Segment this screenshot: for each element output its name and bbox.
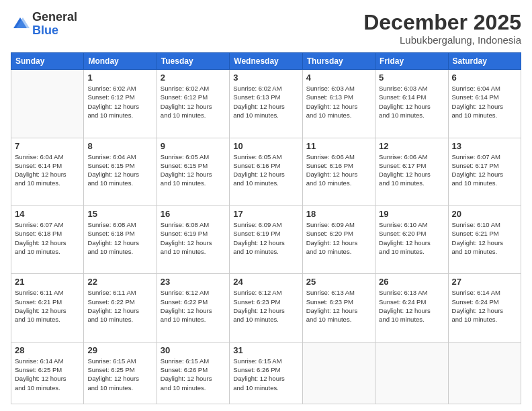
day-cell-29-4-1: 29 Sunrise: 6:15 AM Sunset: 6:25 PM Dayl… [84, 342, 157, 404]
day-cell-28-4-0: 28 Sunrise: 6:14 AM Sunset: 6:25 PM Dayl… [11, 342, 84, 404]
day-number: 23 [161, 277, 226, 287]
day-cell-8-1-1: 8 Sunrise: 6:04 AM Sunset: 6:15 PM Dayli… [84, 138, 157, 205]
day-info: Sunrise: 6:15 AM Sunset: 6:25 PM Dayligh… [87, 357, 152, 392]
day-cell-13-1-6: 13 Sunrise: 6:07 AM Sunset: 6:17 PM Dayl… [448, 138, 521, 205]
week-row-5: 28 Sunrise: 6:14 AM Sunset: 6:25 PM Dayl… [11, 342, 521, 404]
day-cell-23-3-2: 23 Sunrise: 6:12 AM Sunset: 6:22 PM Dayl… [157, 274, 229, 342]
title-block: December 2025 Lubukbergalung, Indonesia [363, 11, 521, 46]
day-cell-empty-4-5 [375, 342, 448, 404]
day-cell-14-2-0: 14 Sunrise: 6:07 AM Sunset: 6:18 PM Dayl… [11, 206, 84, 274]
header-sunday: Sunday [11, 53, 84, 70]
day-cell-19-2-5: 19 Sunrise: 6:10 AM Sunset: 6:20 PM Dayl… [375, 206, 448, 274]
day-info: Sunrise: 6:02 AM Sunset: 6:12 PM Dayligh… [87, 84, 152, 120]
day-number: 18 [306, 209, 371, 219]
header-friday: Friday [375, 53, 448, 70]
header-tuesday: Tuesday [157, 53, 229, 70]
day-cell-17-2-3: 17 Sunrise: 6:09 AM Sunset: 6:19 PM Dayl… [230, 206, 302, 274]
day-info: Sunrise: 6:10 AM Sunset: 6:20 PM Dayligh… [379, 220, 444, 256]
day-info: Sunrise: 6:05 AM Sunset: 6:15 PM Dayligh… [161, 152, 226, 188]
day-number: 4 [306, 73, 371, 83]
calendar-table: Sunday Monday Tuesday Wednesday Thursday… [11, 52, 521, 404]
day-cell-12-1-5: 12 Sunrise: 6:06 AM Sunset: 6:17 PM Dayl… [375, 138, 448, 205]
day-cell-22-3-1: 22 Sunrise: 6:11 AM Sunset: 6:22 PM Dayl… [84, 274, 157, 342]
day-info: Sunrise: 6:10 AM Sunset: 6:21 PM Dayligh… [452, 220, 517, 256]
day-cell-1-0-1: 1 Sunrise: 6:02 AM Sunset: 6:12 PM Dayli… [84, 70, 157, 138]
day-cell-6-0-6: 6 Sunrise: 6:04 AM Sunset: 6:14 PM Dayli… [448, 70, 521, 138]
logo-general-text: General [32, 10, 77, 24]
logo-blue-text: Blue [32, 24, 58, 37]
day-info: Sunrise: 6:05 AM Sunset: 6:16 PM Dayligh… [233, 152, 298, 188]
day-cell-27-3-6: 27 Sunrise: 6:14 AM Sunset: 6:24 PM Dayl… [448, 274, 521, 342]
day-info: Sunrise: 6:02 AM Sunset: 6:12 PM Dayligh… [161, 84, 226, 120]
location-subtitle: Lubukbergalung, Indonesia [363, 34, 521, 46]
day-cell-9-1-2: 9 Sunrise: 6:05 AM Sunset: 6:15 PM Dayli… [157, 138, 229, 205]
week-row-3: 14 Sunrise: 6:07 AM Sunset: 6:18 PM Dayl… [11, 206, 521, 274]
day-info: Sunrise: 6:15 AM Sunset: 6:26 PM Dayligh… [233, 357, 298, 392]
day-number: 25 [306, 277, 371, 287]
day-cell-11-1-4: 11 Sunrise: 6:06 AM Sunset: 6:16 PM Dayl… [302, 138, 375, 205]
day-number: 21 [15, 277, 80, 287]
day-cell-24-3-3: 24 Sunrise: 6:12 AM Sunset: 6:23 PM Dayl… [230, 274, 302, 342]
day-info: Sunrise: 6:08 AM Sunset: 6:19 PM Dayligh… [161, 220, 226, 256]
logo: General Blue [11, 11, 77, 38]
day-number: 24 [233, 277, 298, 287]
day-number: 31 [233, 345, 298, 355]
day-info: Sunrise: 6:06 AM Sunset: 6:17 PM Dayligh… [379, 152, 444, 188]
day-number: 29 [87, 345, 152, 355]
day-info: Sunrise: 6:09 AM Sunset: 6:20 PM Dayligh… [306, 220, 371, 256]
day-info: Sunrise: 6:04 AM Sunset: 6:14 PM Dayligh… [452, 84, 517, 120]
day-info: Sunrise: 6:11 AM Sunset: 6:21 PM Dayligh… [15, 288, 80, 324]
day-number: 8 [87, 141, 152, 151]
day-cell-25-3-4: 25 Sunrise: 6:13 AM Sunset: 6:23 PM Dayl… [302, 274, 375, 342]
day-cell-3-0-3: 3 Sunrise: 6:02 AM Sunset: 6:13 PM Dayli… [230, 70, 302, 138]
day-number: 15 [87, 209, 152, 219]
day-number: 3 [233, 73, 298, 83]
day-number: 26 [379, 277, 444, 287]
header: General Blue December 2025 Lubukbergalun… [11, 11, 521, 46]
day-info: Sunrise: 6:07 AM Sunset: 6:18 PM Dayligh… [15, 220, 80, 256]
day-number: 11 [306, 141, 371, 151]
day-cell-20-2-6: 20 Sunrise: 6:10 AM Sunset: 6:21 PM Dayl… [448, 206, 521, 274]
day-info: Sunrise: 6:03 AM Sunset: 6:13 PM Dayligh… [306, 84, 371, 120]
day-info: Sunrise: 6:14 AM Sunset: 6:24 PM Dayligh… [452, 288, 517, 324]
day-info: Sunrise: 6:14 AM Sunset: 6:25 PM Dayligh… [15, 357, 80, 392]
day-cell-4-0-4: 4 Sunrise: 6:03 AM Sunset: 6:13 PM Dayli… [302, 70, 375, 138]
day-number: 9 [161, 141, 226, 151]
day-cell-30-4-2: 30 Sunrise: 6:15 AM Sunset: 6:26 PM Dayl… [157, 342, 229, 404]
header-monday: Monday [84, 53, 157, 70]
day-number: 20 [452, 209, 517, 219]
day-cell-2-0-2: 2 Sunrise: 6:02 AM Sunset: 6:12 PM Dayli… [157, 70, 229, 138]
day-info: Sunrise: 6:06 AM Sunset: 6:16 PM Dayligh… [306, 152, 371, 188]
day-cell-5-0-5: 5 Sunrise: 6:03 AM Sunset: 6:14 PM Dayli… [375, 70, 448, 138]
week-row-2: 7 Sunrise: 6:04 AM Sunset: 6:14 PM Dayli… [11, 138, 521, 205]
day-info: Sunrise: 6:04 AM Sunset: 6:15 PM Dayligh… [87, 152, 152, 188]
day-number: 16 [161, 209, 226, 219]
day-info: Sunrise: 6:13 AM Sunset: 6:24 PM Dayligh… [379, 288, 444, 324]
day-info: Sunrise: 6:12 AM Sunset: 6:22 PM Dayligh… [161, 288, 226, 324]
day-info: Sunrise: 6:15 AM Sunset: 6:26 PM Dayligh… [161, 357, 226, 392]
day-cell-10-1-3: 10 Sunrise: 6:05 AM Sunset: 6:16 PM Dayl… [230, 138, 302, 205]
day-number: 13 [452, 141, 517, 151]
day-cell-empty-0-0 [11, 70, 84, 138]
day-info: Sunrise: 6:03 AM Sunset: 6:14 PM Dayligh… [379, 84, 444, 120]
day-info: Sunrise: 6:08 AM Sunset: 6:18 PM Dayligh… [87, 220, 152, 256]
day-number: 17 [233, 209, 298, 219]
logo-icon [11, 15, 30, 34]
day-number: 1 [87, 73, 152, 83]
day-number: 19 [379, 209, 444, 219]
day-info: Sunrise: 6:02 AM Sunset: 6:13 PM Dayligh… [233, 84, 298, 120]
day-number: 28 [15, 345, 80, 355]
day-cell-16-2-2: 16 Sunrise: 6:08 AM Sunset: 6:19 PM Dayl… [157, 206, 229, 274]
day-number: 2 [161, 73, 226, 83]
day-number: 22 [87, 277, 152, 287]
day-cell-7-1-0: 7 Sunrise: 6:04 AM Sunset: 6:14 PM Dayli… [11, 138, 84, 205]
day-info: Sunrise: 6:04 AM Sunset: 6:14 PM Dayligh… [15, 152, 80, 188]
day-number: 7 [15, 141, 80, 151]
day-number: 5 [379, 73, 444, 83]
day-cell-empty-4-6 [448, 342, 521, 404]
day-cell-empty-4-4 [302, 342, 375, 404]
day-info: Sunrise: 6:07 AM Sunset: 6:17 PM Dayligh… [452, 152, 517, 188]
week-row-4: 21 Sunrise: 6:11 AM Sunset: 6:21 PM Dayl… [11, 274, 521, 342]
day-cell-26-3-5: 26 Sunrise: 6:13 AM Sunset: 6:24 PM Dayl… [375, 274, 448, 342]
day-number: 27 [452, 277, 517, 287]
